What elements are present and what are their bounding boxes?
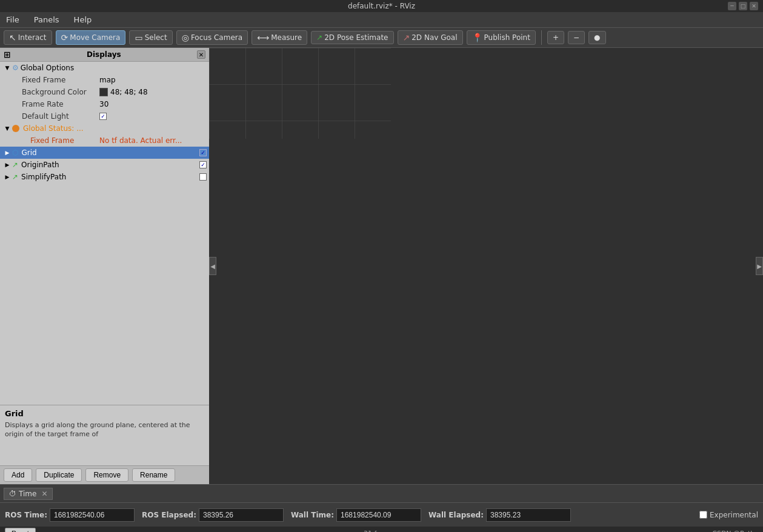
publish-point-button[interactable]: 📍 Publish Point bbox=[467, 30, 536, 45]
minus-icon: − bbox=[573, 33, 579, 42]
menubar: File Panels Help bbox=[0, 12, 763, 28]
measure-icon: ⟷ bbox=[257, 33, 269, 42]
info-panel: Grid Displays a grid along the ground pl… bbox=[0, 405, 209, 465]
eye-button[interactable]: ● bbox=[588, 31, 605, 44]
nav-icon: ↗ bbox=[403, 33, 410, 42]
info-description: Displays a grid along the ground plane, … bbox=[5, 421, 204, 439]
fixed-frame-status-val: No tf data. Actual err... bbox=[99, 136, 207, 145]
displays-close[interactable]: ✕ bbox=[197, 50, 205, 59]
simplifypath-checkbox[interactable] bbox=[199, 173, 207, 181]
footer: Reset 31 fps CSDN @Paths bbox=[0, 527, 763, 532]
timebar-close[interactable]: ✕ bbox=[41, 490, 47, 498]
viewport[interactable]: ◀ ▶ bbox=[209, 48, 763, 484]
measure-button[interactable]: ⟷ Measure bbox=[252, 30, 307, 45]
select-label: Select bbox=[145, 33, 167, 42]
interact-button[interactable]: ↖ Interact bbox=[4, 30, 52, 45]
wall-elapsed-label: Wall Elapsed: bbox=[428, 511, 484, 519]
focus-icon: ◎ bbox=[182, 33, 189, 42]
wall-elapsed-field: Wall Elapsed: bbox=[428, 508, 571, 522]
measure-label: Measure bbox=[271, 33, 302, 42]
publish-label: Publish Point bbox=[484, 33, 530, 42]
fps-display: 31 fps bbox=[364, 530, 384, 533]
info-title: Grid bbox=[5, 409, 204, 418]
select-button[interactable]: ▭ Select bbox=[129, 30, 172, 45]
pose-label: 2D Pose Estimate bbox=[324, 33, 388, 42]
minimize-btn[interactable]: ─ bbox=[728, 2, 736, 10]
default-light-checkbox[interactable] bbox=[99, 113, 107, 120]
originpath-label: OriginPath bbox=[21, 161, 199, 169]
nav-label: 2D Nav Goal bbox=[411, 33, 457, 42]
bg-color-key: Background Color bbox=[2, 88, 99, 96]
viewport-arrow-right[interactable]: ▶ bbox=[756, 257, 763, 275]
plus-button[interactable]: + bbox=[547, 31, 564, 44]
camera-icon: ⟳ bbox=[61, 33, 68, 42]
2d-pose-button[interactable]: ↗ 2D Pose Estimate bbox=[311, 31, 393, 44]
bg-color-val: 48; 48; 48 bbox=[99, 88, 207, 96]
global-options-icon: ⚙ bbox=[12, 64, 19, 72]
originpath-checkbox[interactable] bbox=[199, 161, 207, 168]
simplifypath-row[interactable]: ▶ ↗ SimplifyPath bbox=[0, 171, 209, 183]
add-button[interactable]: Add bbox=[4, 468, 32, 482]
ros-elapsed-label: ROS Elapsed: bbox=[142, 511, 196, 519]
minus-button[interactable]: − bbox=[568, 31, 585, 44]
wall-elapsed-input[interactable] bbox=[486, 508, 571, 522]
statusbar: ROS Time: ROS Elapsed: Wall Time: Wall E… bbox=[0, 502, 763, 527]
simplifypath-label: SimplifyPath bbox=[21, 173, 199, 181]
bg-color-text: 48; 48; 48 bbox=[110, 88, 148, 96]
interact-icon: ↖ bbox=[9, 33, 16, 42]
2d-nav-button[interactable]: ↗ 2D Nav Goal bbox=[398, 30, 463, 45]
default-light-val bbox=[99, 113, 207, 120]
left-panel: ⊞ Displays ✕ ▼ ⚙ Global Options Fixed Fr… bbox=[0, 48, 209, 484]
displays-tree: ▼ ⚙ Global Options Fixed Frame map Backg… bbox=[0, 62, 209, 405]
global-options-row[interactable]: ▼ ⚙ Global Options bbox=[0, 62, 209, 74]
window-controls: ─ □ ✕ bbox=[728, 2, 758, 10]
global-options-label: Global Options bbox=[21, 64, 207, 72]
watermark: CSDN @Paths bbox=[712, 530, 758, 533]
default-light-row: Default Light bbox=[0, 110, 209, 122]
global-status-toggle[interactable]: ▼ bbox=[2, 124, 12, 133]
experimental-label: Experimental bbox=[710, 511, 758, 519]
wall-time-input[interactable] bbox=[336, 508, 421, 522]
fixed-frame-row: Fixed Frame map bbox=[0, 74, 209, 86]
menu-panels[interactable]: Panels bbox=[32, 14, 62, 25]
simplifypath-icon: ↗ bbox=[12, 173, 18, 181]
originpath-row[interactable]: ▶ ↗ OriginPath bbox=[0, 159, 209, 171]
viewport-grid bbox=[209, 48, 391, 139]
plus-icon: + bbox=[553, 33, 559, 42]
toolbar: ↖ Interact ⟳ Move Camera ▭ Select ◎ Focu… bbox=[0, 28, 763, 48]
ros-time-input[interactable] bbox=[50, 508, 135, 522]
rename-button[interactable]: Rename bbox=[132, 468, 175, 482]
focus-label: Focus Camera bbox=[191, 33, 242, 42]
ros-elapsed-input[interactable] bbox=[199, 508, 284, 522]
global-status-label: Global Status: ... bbox=[23, 124, 207, 133]
remove-button[interactable]: Remove bbox=[85, 468, 128, 482]
close-btn[interactable]: ✕ bbox=[750, 2, 758, 10]
bg-color-row: Background Color 48; 48; 48 bbox=[0, 86, 209, 98]
duplicate-button[interactable]: Duplicate bbox=[36, 468, 82, 482]
grid-row[interactable]: ▶ ⬡ Grid bbox=[0, 147, 209, 159]
timebar: ⏱ Time ✕ bbox=[0, 484, 763, 502]
move-camera-button[interactable]: ⟳ Move Camera bbox=[56, 30, 126, 45]
grid-checkbox[interactable] bbox=[199, 149, 207, 156]
publish-icon: 📍 bbox=[472, 33, 482, 42]
ros-elapsed-field: ROS Elapsed: bbox=[142, 508, 284, 522]
timebar-title-area: ⏱ Time ✕ bbox=[4, 488, 53, 500]
bg-color-swatch[interactable] bbox=[99, 88, 108, 96]
reset-button[interactable]: Reset bbox=[5, 528, 36, 532]
eye-icon: ● bbox=[594, 33, 600, 42]
global-status-row[interactable]: ▼ Global Status: ... bbox=[0, 122, 209, 135]
viewport-arrow-left[interactable]: ◀ bbox=[209, 257, 216, 275]
global-options-toggle[interactable]: ▼ bbox=[2, 63, 12, 73]
ros-time-label: ROS Time: bbox=[5, 511, 47, 519]
simplifypath-toggle[interactable]: ▶ bbox=[2, 172, 12, 182]
toolbar-separator bbox=[541, 30, 542, 45]
global-status-icon bbox=[12, 125, 19, 132]
menu-file[interactable]: File bbox=[4, 14, 22, 25]
menu-help[interactable]: Help bbox=[72, 14, 95, 25]
experimental-checkbox[interactable] bbox=[699, 511, 707, 519]
originpath-toggle[interactable]: ▶ bbox=[2, 160, 12, 170]
grid-label: Grid bbox=[21, 148, 199, 157]
grid-toggle[interactable]: ▶ bbox=[2, 148, 12, 158]
focus-camera-button[interactable]: ◎ Focus Camera bbox=[176, 30, 248, 45]
maximize-btn[interactable]: □ bbox=[739, 2, 747, 10]
